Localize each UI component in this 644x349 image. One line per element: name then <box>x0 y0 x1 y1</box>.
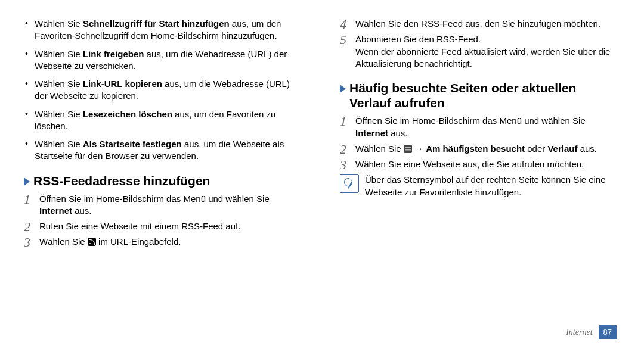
text: Abonnieren Sie den RSS-Feed. <box>355 34 481 44</box>
step-item: Abonnieren Sie den RSS-Feed. Wenn der ab… <box>340 33 620 70</box>
text: Wählen Sie <box>35 109 83 119</box>
page-footer: Internet 87 <box>566 325 617 339</box>
bold-text: Lesezeichen löschen <box>83 109 172 119</box>
bold-text: Schnellzugriff für Start hinzufügen <box>83 18 230 29</box>
bullet-item: Wählen Sie Link freigeben aus, um die We… <box>24 48 304 73</box>
text: → <box>412 144 426 154</box>
bullet-list: Wählen Sie Schnellzugriff für Start hinz… <box>24 18 304 163</box>
text: Rufen Sie eine Webseite mit einem RSS-Fe… <box>39 221 240 231</box>
bullet-item: Wählen Sie Link-URL kopieren aus, um die… <box>24 78 304 102</box>
text: Öffnen Sie im Home-Bildschirm das Menü u… <box>355 116 586 126</box>
step-item: Öffnen Sie im Home-Bildschirm das Menü u… <box>24 193 304 217</box>
section-heading-history: Häufig besuchte Seiten oder aktuellen Ve… <box>340 80 620 110</box>
step-item: Wählen Sie → Am häufigsten besucht oder … <box>340 143 620 155</box>
rss-icon <box>88 238 96 246</box>
chevron-icon <box>340 85 346 93</box>
steps-list-rss: Öffnen Sie im Home-Bildschirm das Menü u… <box>24 193 304 248</box>
left-column: Wählen Sie Schnellzugriff für Start hinz… <box>24 18 322 343</box>
steps-list-history: Öffnen Sie im Home-Bildschirm das Menü u… <box>340 115 620 170</box>
note-icon <box>340 174 359 193</box>
bullet-item: Wählen Sie Lesezeichen löschen aus, um d… <box>24 108 304 133</box>
bold-text: Am häufigsten besucht <box>426 144 525 154</box>
bullet-item: Wählen Sie Schnellzugriff für Start hinz… <box>24 18 304 42</box>
text: aus. <box>577 144 597 154</box>
text: Wählen Sie eine Webseite aus, die Sie au… <box>355 159 584 169</box>
step-item: Wählen Sie den RSS-Feed aus, den Sie hin… <box>340 18 620 30</box>
text: Wenn der abonnierte Feed aktualisiert wi… <box>355 46 610 68</box>
step-item: Wählen Sie eine Webseite aus, die Sie au… <box>340 158 620 170</box>
right-column: Wählen Sie den RSS-Feed aus, den Sie hin… <box>322 18 620 343</box>
text: im URL-Eingabefeld. <box>96 236 181 247</box>
section-heading-rss: RSS-Feedadresse hinzufügen <box>24 173 304 188</box>
text: Wählen Sie <box>35 79 83 89</box>
bold-text: Link-URL kopieren <box>83 79 162 89</box>
chevron-icon <box>24 177 30 186</box>
text: Wählen Sie <box>35 139 83 149</box>
menu-icon <box>404 145 412 153</box>
bold-text: Internet <box>355 128 388 138</box>
note-text: Über das Sternsymbol auf der rechten Sei… <box>365 174 620 198</box>
text: Wählen Sie <box>35 18 83 29</box>
footer-section: Internet <box>566 327 592 338</box>
bold-text: Verlauf <box>547 144 577 154</box>
heading-text: Häufig besuchte Seiten oder aktuellen Ve… <box>349 80 602 110</box>
note: Über das Sternsymbol auf der rechten Sei… <box>340 174 620 198</box>
text: aus. <box>388 128 408 138</box>
text: Wählen Sie <box>35 49 83 59</box>
steps-list-continued: Wählen Sie den RSS-Feed aus, den Sie hin… <box>340 18 620 70</box>
text: aus. <box>72 205 92 216</box>
bold-text: Internet <box>39 205 72 216</box>
step-item: Rufen Sie eine Webseite mit einem RSS-Fe… <box>24 220 304 232</box>
text: Öffnen Sie im Home-Bildschirm das Menü u… <box>39 194 270 204</box>
text: oder <box>525 144 547 154</box>
text: Wählen Sie <box>355 144 404 154</box>
bullet-item: Wählen Sie Als Startseite festlegen aus,… <box>24 138 304 163</box>
text: Wählen Sie <box>39 236 88 247</box>
bold-text: Link freigeben <box>83 49 144 59</box>
text: Wählen Sie den RSS-Feed aus, den Sie hin… <box>355 18 600 29</box>
step-item: Wählen Sie im URL-Eingabefeld. <box>24 236 304 248</box>
heading-text: RSS-Feedadresse hinzufügen <box>33 173 210 188</box>
step-item: Öffnen Sie im Home-Bildschirm das Menü u… <box>340 115 620 139</box>
bold-text: Als Startseite festlegen <box>83 139 182 149</box>
page-number: 87 <box>599 325 617 339</box>
manual-page: Wählen Sie Schnellzugriff für Start hinz… <box>0 0 644 349</box>
